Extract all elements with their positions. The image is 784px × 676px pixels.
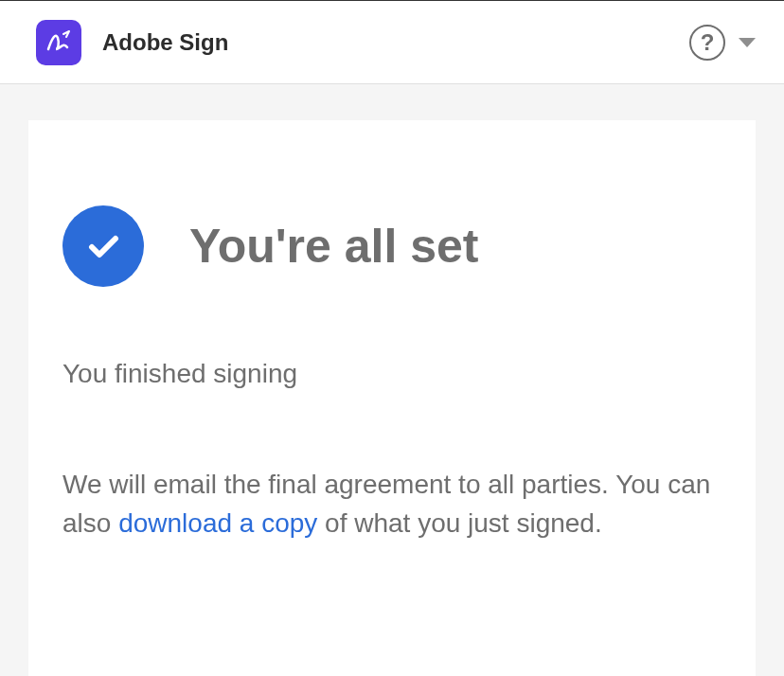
content-area: You're all set You finished signing We w… [0,84,784,676]
help-button[interactable]: ? [689,25,725,61]
status-text: You finished signing [62,355,722,392]
app-title: Adobe Sign [102,29,228,56]
info-text: We will email the final agreement to all… [62,466,722,543]
checkmark-icon [80,223,126,269]
hero-row: You're all set [62,205,722,287]
success-badge [62,205,144,287]
adobe-sign-logo [36,20,81,65]
hero-title: You're all set [189,219,479,274]
help-icon: ? [701,29,715,56]
app-header: Adobe Sign ? [0,1,784,84]
confirmation-card: You're all set You finished signing We w… [28,120,756,676]
signature-icon [45,28,73,57]
chevron-down-icon[interactable] [739,38,756,47]
download-copy-link[interactable]: download a copy [118,508,317,538]
info-text-after: of what you just signed. [317,508,601,538]
